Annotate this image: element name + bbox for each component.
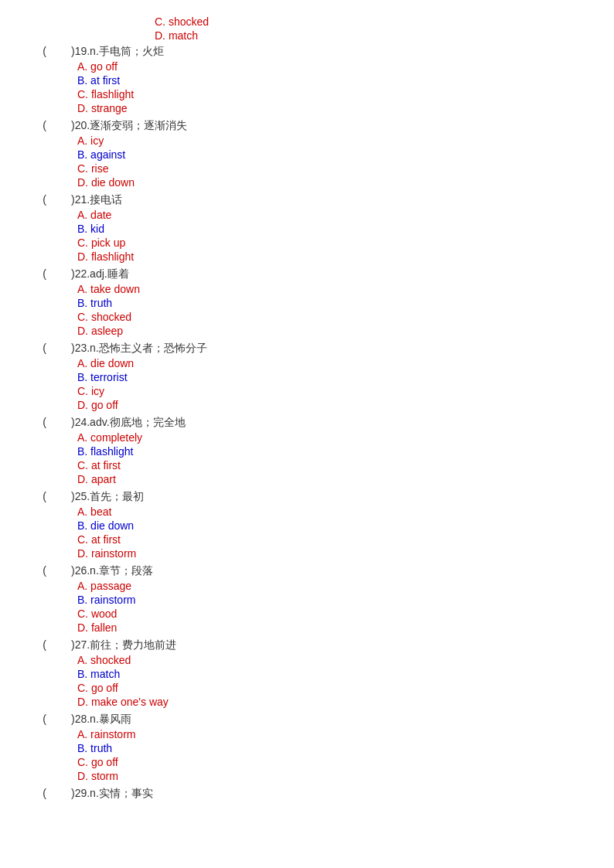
q20-optC: C. rise xyxy=(77,162,583,175)
q21-optB: B. kid xyxy=(77,223,583,235)
q24-optA: A. completely xyxy=(77,431,583,444)
option-c-shocked: C. shocked xyxy=(155,15,583,28)
q20-optB: B. against xyxy=(77,148,583,161)
q28-paren-left: ( xyxy=(31,713,46,725)
q24-content: )24.adv.彻底地；完全地 xyxy=(49,416,186,430)
q28-optD: D. storm xyxy=(77,770,583,782)
question-22: ( )22.adj.睡着 A. take down B. truth C. sh… xyxy=(31,267,583,337)
question-20: ( )20.逐渐变弱；逐渐消失 A. icy B. against C. ris… xyxy=(31,119,583,189)
question-28: ( )28.n.暴风雨 A. rainstorm B. truth C. go … xyxy=(31,713,583,782)
q25-optA: A. beat xyxy=(77,505,583,518)
q26-optA: A. passage xyxy=(77,580,583,592)
q21-optC: C. pick up xyxy=(77,237,583,249)
q28-optB: B. truth xyxy=(77,742,583,754)
q22-optD: D. asleep xyxy=(77,325,583,337)
q26-optB: B. rainstorm xyxy=(77,594,583,606)
q20-optD: D. die down xyxy=(77,176,583,189)
q21-paren-left: ( xyxy=(31,193,46,206)
q19-optC: C. flashlight xyxy=(77,88,583,100)
q27-paren-left: ( xyxy=(31,638,46,651)
question-26: ( )26.n.章节；段落 A. passage B. rainstorm C.… xyxy=(31,564,583,634)
question-25: ( )25.首先；最初 A. beat B. die down C. at fi… xyxy=(31,490,583,560)
q28-optA: A. rainstorm xyxy=(77,728,583,740)
q19-optA: A. go off xyxy=(77,60,583,73)
question-27: ( )27.前往；费力地前进 A. shocked B. match C. go… xyxy=(31,638,583,708)
question-24: ( )24.adv.彻底地；完全地 A. completely B. flash… xyxy=(31,416,583,485)
q26-paren-left: ( xyxy=(31,564,46,577)
q19-paren-left: ( xyxy=(31,45,46,57)
q23-optB: B. terrorist xyxy=(77,371,583,383)
q23-paren-left: ( xyxy=(31,342,46,354)
question-29: ( )29.n.实情；事实 xyxy=(31,787,583,801)
q23-content: )23.n.恐怖主义者；恐怖分子 xyxy=(49,342,207,356)
q27-optA: A. shocked xyxy=(77,654,583,666)
q22-content: )22.adj.睡着 xyxy=(49,267,129,281)
q21-optD: D. flashlight xyxy=(77,250,583,263)
quiz-container: C. shocked D. match ( )19.n.手电筒；火炬 A. go… xyxy=(31,15,583,801)
q22-optC: C. shocked xyxy=(77,311,583,323)
question-19: ( )19.n.手电筒；火炬 A. go off B. at first C. … xyxy=(31,45,583,114)
option-d-match: D. match xyxy=(155,29,583,42)
q28-content: )28.n.暴风雨 xyxy=(49,713,131,727)
q25-paren-left: ( xyxy=(31,490,46,502)
q20-content: )20.逐渐变弱；逐渐消失 xyxy=(49,119,187,133)
q21-optA: A. date xyxy=(77,209,583,221)
orphan-options: C. shocked D. match xyxy=(155,15,583,42)
question-23: ( )23.n.恐怖主义者；恐怖分子 A. die down B. terror… xyxy=(31,342,583,411)
q19-optD: D. strange xyxy=(77,102,583,114)
q27-optB: B. match xyxy=(77,668,583,680)
q20-paren-left: ( xyxy=(31,119,46,131)
q25-content: )25.首先；最初 xyxy=(49,490,144,504)
q27-optC: C. go off xyxy=(77,682,583,694)
q23-optA: A. die down xyxy=(77,357,583,369)
q26-optD: D. fallen xyxy=(77,621,583,634)
q24-optD: D. apart xyxy=(77,473,583,485)
q21-content: )21.接电话 xyxy=(49,193,122,207)
q22-optA: A. take down xyxy=(77,283,583,295)
q20-optA: A. icy xyxy=(77,134,583,147)
q23-optC: C. icy xyxy=(77,385,583,397)
q25-optC: C. at first xyxy=(77,533,583,546)
q28-optC: C. go off xyxy=(77,756,583,768)
q23-optD: D. go off xyxy=(77,399,583,411)
q22-paren-left: ( xyxy=(31,267,46,280)
q24-optB: B. flashlight xyxy=(77,445,583,458)
q29-paren-left: ( xyxy=(31,787,46,799)
q27-optD: D. make one's way xyxy=(77,696,583,708)
q25-optD: D. rainstorm xyxy=(77,547,583,560)
q19-optB: B. at first xyxy=(77,74,583,87)
q24-optC: C. at first xyxy=(77,459,583,471)
q22-optB: B. truth xyxy=(77,297,583,309)
q29-content: )29.n.实情；事实 xyxy=(49,787,153,801)
q26-content: )26.n.章节；段落 xyxy=(49,564,153,578)
question-21: ( )21.接电话 A. date B. kid C. pick up D. f… xyxy=(31,193,583,263)
q25-optB: B. die down xyxy=(77,519,583,532)
q26-optC: C. wood xyxy=(77,608,583,620)
q27-content: )27.前往；费力地前进 xyxy=(49,638,176,652)
q19-content: )19.n.手电筒；火炬 xyxy=(49,45,164,59)
q24-paren-left: ( xyxy=(31,416,46,428)
